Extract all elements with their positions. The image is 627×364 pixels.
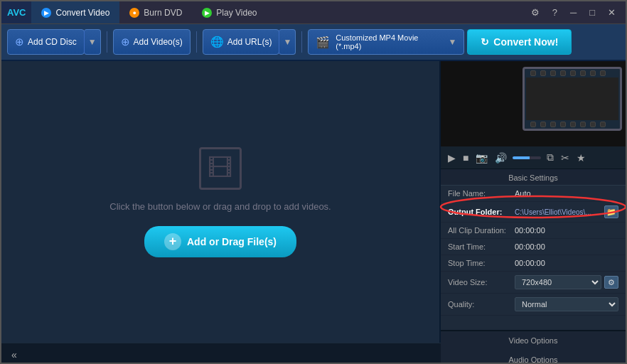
format-selector[interactable]: 🎬 Customized MP4 Movie (*.mp4) ▼ [308, 29, 464, 55]
plus-icon: + [164, 233, 181, 250]
tab-burn-dvd[interactable]: ● Burn DVD [119, 1, 192, 23]
film-hole [550, 70, 556, 76]
quality-row: Quality: Normal High Low [441, 294, 626, 316]
refresh-icon: ↻ [481, 36, 489, 48]
film-icon: 🎬 [316, 36, 330, 49]
add-cd-label: Add CD Disc [28, 37, 77, 47]
settings-button[interactable]: ⚙ [527, 6, 544, 19]
add-video-icon: ⊕ [121, 36, 130, 48]
file-name-label: File Name: [448, 189, 512, 198]
output-folder-label: Output Folder: [448, 208, 512, 216]
film-hole [530, 122, 536, 127]
url-chevron-icon: ▼ [283, 37, 291, 47]
film-hole [570, 122, 576, 127]
convert-now-button[interactable]: ↻ Convert Now! [467, 29, 572, 55]
audio-options-label: Audio Options [508, 355, 557, 364]
film-hole [600, 70, 606, 76]
drop-text: Click the button below or drag and drop … [109, 201, 331, 212]
add-url-button[interactable]: 🌐 Add URL(s) [203, 29, 280, 55]
convert-video-tab-icon: ▶ [41, 8, 51, 18]
start-time-row: Start Time: 00:00:00 [441, 239, 626, 255]
burn-dvd-tab-icon: ● [129, 8, 139, 18]
film-hole [550, 122, 556, 127]
add-url-label: Add URL(s) [227, 37, 272, 47]
film-holes-top [525, 69, 620, 77]
film-hole [600, 122, 606, 127]
video-options-button[interactable]: Video Options [441, 331, 626, 350]
separator-2 [196, 31, 197, 53]
stop-time-value: 00:00:00 [515, 259, 618, 267]
chevron-down-icon: ▼ [88, 37, 97, 47]
playback-controls: ▶ ■ 📷 🔊 ⧉ ✂ ★ [441, 146, 626, 169]
play-video-tab-icon: ▶ [202, 8, 212, 18]
add-files-button[interactable]: + Add or Drag File(s) [144, 226, 296, 257]
format-dropdown-icon: ▼ [448, 37, 456, 47]
toolbar: ⊕ Add CD Disc ▼ ⊕ Add Video(s) 🌐 Add URL… [1, 24, 626, 61]
audio-options-button[interactable]: Audio Options [441, 350, 626, 364]
video-placeholder: 🎞 Click the button below or drag and dro… [109, 147, 331, 212]
film-hole [540, 122, 546, 127]
start-time-value: 00:00:00 [515, 242, 618, 251]
window-controls: ⚙ ? ─ □ ✕ [527, 6, 626, 19]
film-hole [530, 70, 536, 76]
burn-dvd-tab-label: Burn DVD [144, 8, 182, 18]
video-size-gear-button[interactable]: ⚙ [604, 276, 618, 289]
add-video-button[interactable]: ⊕ Add Video(s) [113, 29, 191, 55]
convert-video-tab-label: Convert Video [55, 8, 109, 18]
tab-convert-video[interactable]: ▶ Convert Video [31, 1, 119, 23]
clip-duration-value: 00:00:00 [515, 226, 618, 235]
play-button[interactable]: ▶ [446, 151, 457, 165]
close-button[interactable]: ✕ [604, 6, 620, 19]
separator-3 [301, 31, 302, 53]
start-time-label: Start Time: [448, 242, 512, 251]
output-folder-value: C:\Users\Elliot\Videos\... [515, 208, 601, 216]
add-cd-dropdown[interactable]: ▼ [84, 29, 101, 55]
clip-duration-row: All Clip Duration: 00:00:00 [441, 223, 626, 239]
film-content [526, 77, 618, 120]
right-panel-wrapper: ▶ ■ 📷 🔊 ⧉ ✂ ★ Basic Settings File Name: … [441, 61, 626, 343]
settings-panel: Basic Settings File Name: Auto Output Fo… [441, 169, 626, 364]
add-video-label: Add Video(s) [134, 37, 183, 47]
copy-button[interactable]: ⧉ [545, 150, 555, 165]
add-url-dropdown[interactable]: ▼ [279, 29, 296, 55]
spacer [441, 316, 626, 330]
title-bar: AVC ▶ Convert Video ● Burn DVD ▶ Play Vi… [1, 1, 626, 24]
film-hole [540, 70, 546, 76]
maximize-button[interactable]: □ [585, 6, 599, 19]
quality-select[interactable]: Normal High Low [515, 297, 618, 311]
main-area: 🎞 Click the button below or drag and dro… [1, 61, 626, 343]
volume-button[interactable]: 🔊 [493, 151, 508, 165]
options-section: Video Options Audio Options [441, 330, 626, 364]
help-button[interactable]: ? [548, 6, 562, 19]
right-panel: ▶ ■ 📷 🔊 ⧉ ✂ ★ Basic Settings File Name: … [441, 61, 626, 364]
video-size-row: Video Size: 720x480 1280x720 1920x1080 ⚙ [441, 272, 626, 294]
separator-1 [107, 31, 107, 53]
globe-icon: 🌐 [210, 36, 224, 48]
video-size-select[interactable]: 720x480 1280x720 1920x1080 [515, 275, 601, 289]
browse-folder-button[interactable]: 📁 [604, 205, 618, 218]
film-hole [580, 70, 586, 76]
convert-label: Convert Now! [493, 36, 558, 48]
add-files-label: Add or Drag File(s) [187, 236, 277, 247]
stop-time-label: Stop Time: [448, 259, 512, 267]
volume-slider[interactable] [513, 156, 541, 159]
film-hole [570, 70, 576, 76]
film-hole [580, 122, 586, 127]
nav-left-button[interactable]: « [7, 346, 21, 363]
add-cd-disc-button[interactable]: ⊕ Add CD Disc [7, 29, 85, 55]
disc-icon: ⊕ [15, 36, 24, 48]
effect-button[interactable]: ★ [575, 151, 587, 165]
tab-play-video[interactable]: ▶ Play Video [192, 1, 267, 23]
minimize-button[interactable]: ─ [566, 6, 581, 19]
film-strip-icon: 🎞 [199, 147, 242, 190]
film-holes-bottom [525, 120, 620, 129]
film-hole [590, 122, 596, 127]
film-decoration [522, 67, 622, 131]
cut-button[interactable]: ✂ [559, 151, 571, 165]
file-name-row: File Name: Auto [441, 186, 626, 202]
file-name-value: Auto [515, 189, 618, 198]
camera-button[interactable]: 📷 [474, 151, 489, 165]
stop-button[interactable]: ■ [461, 151, 470, 165]
video-drop-panel: 🎞 Click the button below or drag and dro… [1, 61, 441, 343]
app-logo: AVC [1, 1, 31, 23]
